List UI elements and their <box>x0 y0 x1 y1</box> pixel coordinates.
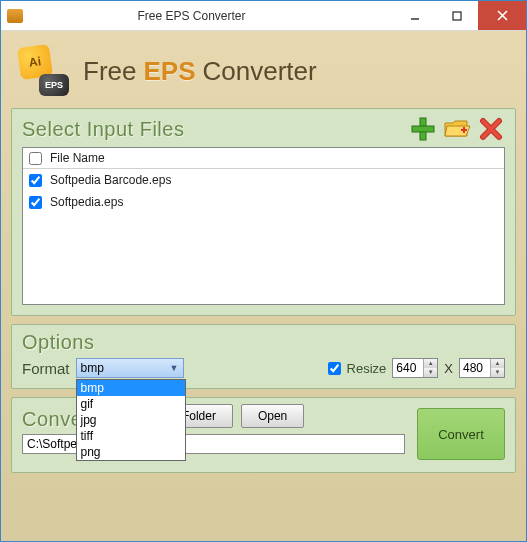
add-file-button[interactable] <box>409 115 437 143</box>
close-button[interactable] <box>478 1 526 30</box>
resize-width-value: 640 <box>393 361 423 375</box>
open-button[interactable]: Open <box>241 404 304 428</box>
format-option[interactable]: bmp <box>77 380 185 396</box>
options-section: Options Format bmp ▼ bmp gif jpg tiff pn… <box>11 324 516 389</box>
plus-icon <box>410 116 436 142</box>
file-row[interactable]: Softpedia.eps <box>23 191 504 213</box>
resize-label: Resize <box>347 361 387 376</box>
svg-rect-1 <box>453 12 461 20</box>
svg-rect-5 <box>412 126 434 132</box>
resize-height-input[interactable]: 480 ▲▼ <box>459 358 505 378</box>
app-title-seg2: EPS <box>143 56 195 87</box>
file-row[interactable]: Softpedia Barcode.eps <box>23 169 504 191</box>
file-checkbox[interactable] <box>29 174 42 187</box>
spinner-up-icon[interactable]: ▲ <box>491 359 504 368</box>
input-toolbar <box>409 115 505 143</box>
resize-height-value: 480 <box>460 361 490 375</box>
app-header: Ai EPS Free EPS Converter <box>11 41 516 108</box>
folder-icon <box>443 117 471 141</box>
maximize-button[interactable] <box>436 1 478 30</box>
svg-rect-7 <box>463 127 465 133</box>
format-label: Format <box>22 360 70 377</box>
chevron-down-icon: ▼ <box>170 363 179 373</box>
app-title: Free EPS Converter <box>83 56 317 87</box>
client-area: Ai EPS Free EPS Converter Select Input F… <box>1 31 526 541</box>
resize-checkbox[interactable] <box>328 362 341 375</box>
options-title: Options <box>22 331 505 354</box>
file-list[interactable]: File Name Softpedia Barcode.eps Softpedi… <box>22 147 505 305</box>
file-name: Softpedia Barcode.eps <box>50 173 171 187</box>
file-list-header: File Name <box>23 148 504 169</box>
convert-button[interactable]: Convert <box>417 408 505 460</box>
file-name: Softpedia.eps <box>50 195 123 209</box>
format-option[interactable]: gif <box>77 396 185 412</box>
select-all-checkbox[interactable] <box>29 152 42 165</box>
resize-width-input[interactable]: 640 ▲▼ <box>392 358 438 378</box>
titlebar: Free EPS Converter <box>1 1 526 31</box>
input-files-section: Select Input Files File Name <box>11 108 516 316</box>
remove-file-button[interactable] <box>477 115 505 143</box>
logo-eps-badge: EPS <box>39 74 69 96</box>
app-title-seg3: Converter <box>203 56 317 87</box>
window-title: Free EPS Converter <box>29 9 394 23</box>
format-dropdown-list: bmp gif jpg tiff png <box>76 379 186 461</box>
format-option[interactable]: tiff <box>77 428 185 444</box>
x-icon <box>479 117 503 141</box>
app-icon <box>7 9 23 23</box>
file-checkbox[interactable] <box>29 196 42 209</box>
format-option[interactable]: jpg <box>77 412 185 428</box>
app-window: Free EPS Converter Ai EPS Free EPS Conve… <box>0 0 527 542</box>
window-buttons <box>394 1 526 30</box>
spinner-up-icon[interactable]: ▲ <box>424 359 437 368</box>
minimize-button[interactable] <box>394 1 436 30</box>
app-title-seg1: Free <box>83 56 136 87</box>
resize-group: Resize 640 ▲▼ X 480 ▲▼ <box>328 358 505 378</box>
format-selected-value: bmp <box>81 361 104 375</box>
app-logo: Ai EPS <box>17 44 71 98</box>
spinner-down-icon[interactable]: ▼ <box>424 368 437 377</box>
format-dropdown[interactable]: bmp ▼ bmp gif jpg tiff png <box>76 358 184 378</box>
spinner-down-icon[interactable]: ▼ <box>491 368 504 377</box>
format-option[interactable]: png <box>77 444 185 460</box>
input-files-title: Select Input Files <box>22 118 184 141</box>
filename-column-header[interactable]: File Name <box>50 151 105 165</box>
browse-folder-button[interactable] <box>443 115 471 143</box>
resize-x-label: X <box>444 361 453 376</box>
